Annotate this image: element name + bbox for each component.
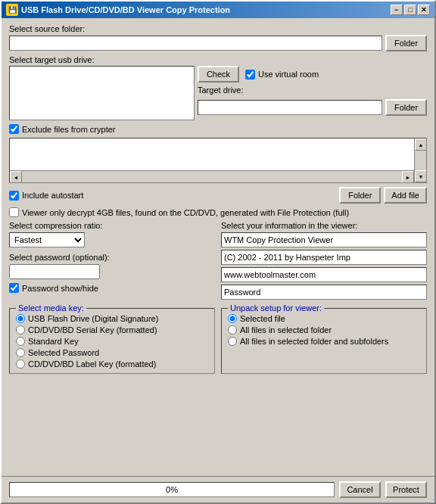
target-drive-input[interactable] [198,100,382,115]
autostart-row: Include autostart Folder Add file [9,187,427,204]
use-virtual-room-label: Use virtual room [258,70,319,79]
include-autostart-label: Include autostart [22,191,83,200]
viewer-decrypt-label: Viewer only decrypt 4GB files, found on … [22,208,349,217]
viewer-decrypt-row: Viewer only decrypt 4GB files, found on … [9,207,427,217]
target-drive-row: Folder [198,99,427,116]
use-virtual-room-row: Use virtual room [245,70,319,79]
media-key-radio-4[interactable] [16,359,25,369]
progress-text: 0% [166,485,178,494]
autostart-checkbox-row: Include autostart [9,191,336,201]
viewer-info-line2[interactable] [221,250,427,265]
source-folder-input[interactable] [9,36,382,51]
media-key-title: Select media key: [16,303,86,313]
target-right-panel: Check Use virtual room Target drive: Fol… [198,66,427,116]
unpack-label-2: All files in selected folder and subfold… [240,337,388,346]
use-virtual-room-checkbox[interactable] [245,70,255,79]
media-key-option-0: USB Flash Drive (Digital Signature) [16,314,208,323]
include-autostart-checkbox[interactable] [9,191,19,201]
media-key-group: Select media key: USB Flash Drive (Digit… [9,308,215,374]
cancel-button[interactable]: Cancel [339,481,381,498]
maximize-button[interactable]: □ [404,5,416,15]
password-show-hide-row: Password show/hide [9,283,215,293]
media-key-option-4: CD/DVD/BD Label Key (formatted) [16,359,208,369]
target-usb-label: Select target usb drive: [9,55,427,64]
unpack-title: Unpack setup for viewer: [228,303,324,313]
target-usb-row: Check Use virtual room Target drive: Fol… [9,66,427,120]
settings-columns: Select compression ratio: Fastest Fast N… [9,221,427,300]
media-key-option-1: CD/DVD/BD Serial Key (formatted) [16,325,208,334]
unpack-option-1: All files in selected folder [228,325,420,334]
autostart-folder-button[interactable]: Folder [339,187,381,204]
app-icon: 💾 [6,4,18,16]
left-column: Select compression ratio: Fastest Fast N… [9,221,215,300]
unpack-option-0: Selected file [228,314,420,323]
title-bar: 💾 USB Flash Drive/CD/DVD/BD Viewer Copy … [2,2,434,18]
media-key-radio-2[interactable] [16,337,25,346]
media-key-label-3: Selected Password [28,348,99,357]
target-usb-group: Select target usb drive: Check Use virtu… [9,55,427,120]
target-usb-textarea[interactable] [9,66,195,120]
media-key-radio-0[interactable] [16,314,25,323]
right-column: Select your information in the viewer: [221,221,427,300]
unpack-label-0: Selected file [240,314,285,323]
compression-label: Select compression ratio: [9,221,215,230]
target-folder-button[interactable]: Folder [385,99,427,116]
group-boxes-row: Select media key: USB Flash Drive (Digit… [9,305,427,374]
unpack-option-2: All files in selected folder and subfold… [228,337,420,346]
vertical-scrollbar[interactable]: ▲ ▼ [414,138,426,182]
password-show-hide-label: Password show/hide [22,284,98,293]
viewer-info-label: Select your information in the viewer: [221,221,427,230]
check-row: Check Use virtual room [198,66,427,82]
minimize-button[interactable]: − [391,5,403,15]
source-folder-row: Folder [9,35,427,51]
exclude-files-label: Exclude files from crypter [22,125,115,134]
media-key-option-2: Standard Key [16,337,208,346]
source-folder-group: Select source folder: Folder [9,24,427,51]
unpack-radio-0[interactable] [228,314,237,323]
source-folder-label: Select source folder: [9,24,427,33]
media-key-option-3: Selected Password [16,348,208,357]
media-key-radio-1[interactable] [16,325,25,334]
unpack-group: Unpack setup for viewer: Selected file A… [221,308,427,374]
title-buttons: − □ ✕ [391,5,430,15]
exclude-files-row: Exclude files from crypter [9,124,427,134]
horizontal-scrollbar[interactable]: ◄ ► [10,170,414,182]
main-window: 💾 USB Flash Drive/CD/DVD/BD Viewer Copy … [0,0,436,504]
scroll-up-btn[interactable]: ▲ [415,138,427,151]
media-key-label-1: CD/DVD/BD Serial Key (formatted) [28,325,157,334]
viewer-info-line3[interactable] [221,267,427,282]
password-show-hide-checkbox[interactable] [9,283,19,293]
protect-button[interactable]: Protect [385,481,427,498]
window-title: USB Flash Drive/CD/DVD/BD Viewer Copy Pr… [21,5,230,14]
media-key-label-2: Standard Key [28,337,79,346]
source-folder-button[interactable]: Folder [385,35,427,51]
unpack-radio-2[interactable] [228,337,237,346]
scroll-down-btn[interactable]: ▼ [415,170,427,182]
exclude-files-checkbox[interactable] [9,124,19,134]
compression-select[interactable]: Fastest Fast Normal Maximum [9,232,85,247]
progress-bar-container: 0% [9,482,335,497]
unpack-label-1: All files in selected folder [240,325,332,334]
media-key-label-0: USB Flash Drive (Digital Signature) [28,314,158,323]
password-input[interactable] [9,264,100,279]
media-key-radio-3[interactable] [16,348,25,357]
check-button[interactable]: Check [198,66,239,82]
unpack-radio-1[interactable] [228,325,237,334]
viewer-info-line1[interactable] [221,232,427,247]
media-key-label-4: CD/DVD/BD Label Key (formatted) [28,359,156,369]
bottom-bar: 0% Cancel Protect [2,476,434,502]
target-drive-label: Target drive: [198,86,427,95]
files-area: ▲ ▼ ◄ ► [9,138,427,183]
viewer-info-line4[interactable] [221,285,427,300]
title-bar-left: 💾 USB Flash Drive/CD/DVD/BD Viewer Copy … [6,4,230,16]
add-file-button[interactable]: Add file [384,187,427,204]
scroll-right-btn[interactable]: ► [402,171,414,183]
close-button[interactable]: ✕ [418,5,430,15]
password-label: Select password (optional): [9,253,215,262]
scroll-left-btn[interactable]: ◄ [10,171,22,183]
viewer-decrypt-checkbox[interactable] [9,207,19,217]
main-content: Select source folder: Folder Select targ… [2,18,434,476]
